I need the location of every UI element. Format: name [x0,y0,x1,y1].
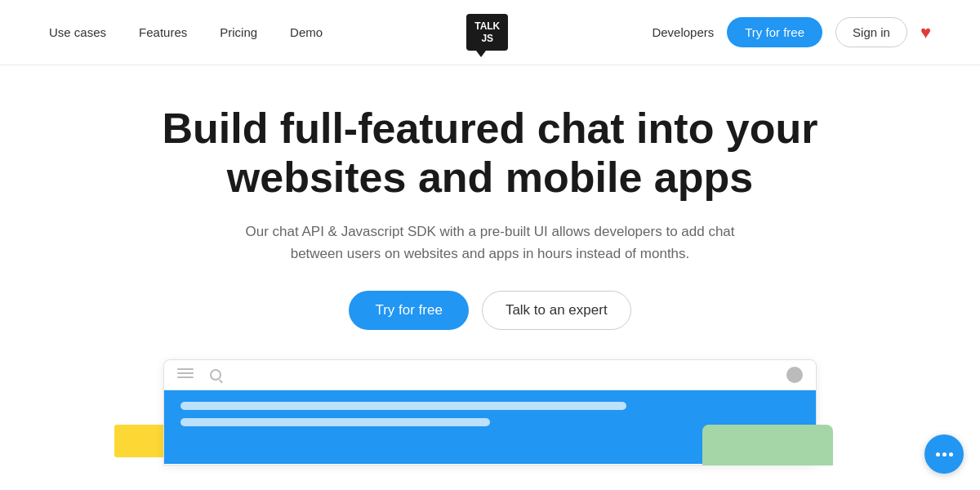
navbar: Use cases Features Pricing Demo TALK JS … [0,0,980,65]
chat-bar-medium [180,418,490,426]
chat-toolbar [164,360,816,390]
chat-fab-button[interactable] [924,434,964,474]
hero-section: Build full-featured chat into your websi… [0,65,980,490]
hero-talk-expert-button[interactable]: Talk to an expert [482,291,631,330]
menu-icon [177,368,194,381]
green-bubble [702,425,833,466]
nav-features[interactable]: Features [139,25,187,39]
hero-title: Build full-featured chat into your websi… [139,105,841,203]
nav-left: Use cases Features Pricing Demo [49,25,323,39]
nav-try-free-button[interactable]: Try for free [727,17,822,47]
nav-pricing[interactable]: Pricing [220,25,257,39]
logo-box: TALK JS [466,14,508,51]
nav-developers[interactable]: Developers [652,25,714,39]
heart-icon[interactable]: ♥ [920,22,931,43]
nav-use-cases[interactable]: Use cases [49,25,106,39]
demo-preview [163,359,817,466]
hero-subtitle: Our chat API & Javascript SDK with a pre… [229,220,751,265]
search-icon [210,369,221,381]
user-icon [786,367,803,383]
logo[interactable]: TALK JS [466,14,508,51]
nav-demo[interactable]: Demo [290,25,323,39]
chat-bar-long [180,402,626,410]
nav-right: Developers Try for free Sign in ♥ [652,17,931,47]
hero-buttons: Try for free Talk to an expert [49,291,931,330]
hero-try-free-button[interactable]: Try for free [349,291,469,330]
nav-sign-in-button[interactable]: Sign in [835,17,907,47]
chat-fab-dots [936,452,953,457]
search-area [210,369,770,381]
